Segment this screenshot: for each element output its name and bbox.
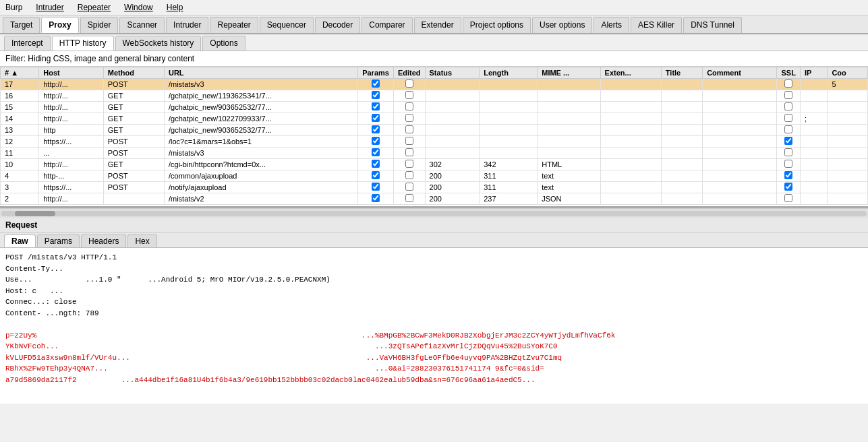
menu-repeater[interactable]: Repeater	[75, 1, 113, 13]
table-row[interactable]: 14http://...GET/gchatpic_new/1022709933/…	[1, 113, 868, 125]
subtab-websockets[interactable]: WebSockets history	[115, 36, 202, 51]
tab-dns-tunnel[interactable]: DNS Tunnel	[683, 17, 742, 33]
bottom-panel: Request Raw Params Headers Hex POST /mis…	[0, 218, 868, 404]
scroll-thumb[interactable]	[15, 211, 55, 216]
req-tab-raw[interactable]: Raw	[4, 234, 36, 247]
menu-bar: Burp Intruder Repeater Window Help	[0, 0, 868, 15]
http-history-table-container: # ▲ Host Method URL Params Edited Status…	[0, 67, 868, 208]
subtab-intercept[interactable]: Intercept	[4, 36, 51, 51]
request-title: Request	[0, 218, 868, 233]
filter-text: Filter: Hiding CSS, image and general bi…	[5, 54, 194, 63]
req-tab-headers[interactable]: Headers	[81, 234, 126, 247]
table-row[interactable]: 11...POST/mistats/v3	[1, 148, 868, 159]
col-comment[interactable]: Comment	[703, 67, 777, 79]
tab-project-options[interactable]: Project options	[463, 17, 531, 33]
request-body-content: POST /mistats/v3 HTTP/1.1 Content-Ty... …	[0, 248, 868, 404]
nav-tabs: Target Proxy Spider Scanner Intruder Rep…	[0, 15, 868, 34]
req-tab-hex[interactable]: Hex	[127, 234, 156, 247]
table-row[interactable]: 17http://...POST/mistats/v35	[1, 79, 868, 90]
menu-window[interactable]: Window	[121, 1, 156, 13]
tab-alerts[interactable]: Alerts	[594, 17, 629, 33]
tab-user-options[interactable]: User options	[532, 17, 592, 33]
scroll-track[interactable]	[1, 211, 867, 216]
menu-intruder[interactable]: Intruder	[33, 1, 66, 13]
tab-decoder[interactable]: Decoder	[315, 17, 360, 33]
subtab-http-history[interactable]: HTTP history	[52, 36, 114, 51]
menu-help[interactable]: Help	[164, 1, 186, 13]
tab-extender[interactable]: Extender	[414, 17, 461, 33]
tab-scanner[interactable]: Scanner	[119, 17, 165, 33]
http-history-table: # ▲ Host Method URL Params Edited Status…	[0, 67, 868, 205]
col-status[interactable]: Status	[425, 67, 480, 79]
col-title[interactable]: Title	[661, 67, 702, 79]
filter-bar: Filter: Hiding CSS, image and general bi…	[0, 51, 868, 67]
col-edited[interactable]: Edited	[393, 67, 425, 79]
table-row[interactable]: 15http://...GET/gchatpic_new/903652532/7…	[1, 102, 868, 113]
tab-repeater[interactable]: Repeater	[210, 17, 258, 33]
col-ip[interactable]: IP	[800, 67, 828, 79]
tab-proxy[interactable]: Proxy	[41, 17, 78, 33]
table-row[interactable]: 16http://...GET/gchatpic_new/1193625341/…	[1, 90, 868, 102]
tab-aes-killer[interactable]: AES Killer	[631, 17, 682, 33]
menu-burp[interactable]: Burp	[3, 1, 25, 13]
tab-intruder[interactable]: Intruder	[166, 17, 208, 33]
col-mime[interactable]: MIME ...	[538, 67, 600, 79]
table-row[interactable]: 3https://...POST/notify/ajaxupload200311…	[1, 182, 868, 193]
tab-spider[interactable]: Spider	[80, 17, 119, 33]
col-method[interactable]: Method	[103, 67, 164, 79]
table-row[interactable]: 13httpGET/gchatpic_new/903652532/77...	[1, 125, 868, 136]
col-url[interactable]: URL	[164, 67, 357, 79]
col-length[interactable]: Length	[480, 67, 538, 79]
col-host[interactable]: Host	[39, 67, 104, 79]
req-tab-params[interactable]: Params	[37, 234, 80, 247]
request-raw-text: POST /mistats/v3 HTTP/1.1 Content-Ty... …	[5, 252, 863, 385]
subtab-options[interactable]: Options	[202, 36, 245, 51]
table-row[interactable]: 12https://...POST/loc?c=1&mars=1&obs=1	[1, 136, 868, 148]
table-row[interactable]: 10http://...GET/cgi-bin/httpconn?htcmd=0…	[1, 159, 868, 170]
table-row[interactable]: 2http://.../mistats/v2200237JSON	[1, 193, 868, 205]
col-coo[interactable]: Coo	[828, 67, 868, 79]
table-row[interactable]: 4http-...POST/common/ajaxupload200311tex…	[1, 170, 868, 182]
col-id[interactable]: # ▲	[1, 67, 39, 79]
col-ssl[interactable]: SSL	[777, 67, 800, 79]
tab-target[interactable]: Target	[3, 17, 40, 33]
request-tabs: Raw Params Headers Hex	[0, 233, 868, 248]
sub-tabs: Intercept HTTP history WebSockets histor…	[0, 34, 868, 51]
horizontal-scrollbar[interactable]	[0, 208, 868, 218]
tab-comparer[interactable]: Comparer	[361, 17, 412, 33]
col-params[interactable]: Params	[358, 67, 394, 79]
col-exten[interactable]: Exten...	[600, 67, 661, 79]
tab-sequencer[interactable]: Sequencer	[260, 17, 314, 33]
